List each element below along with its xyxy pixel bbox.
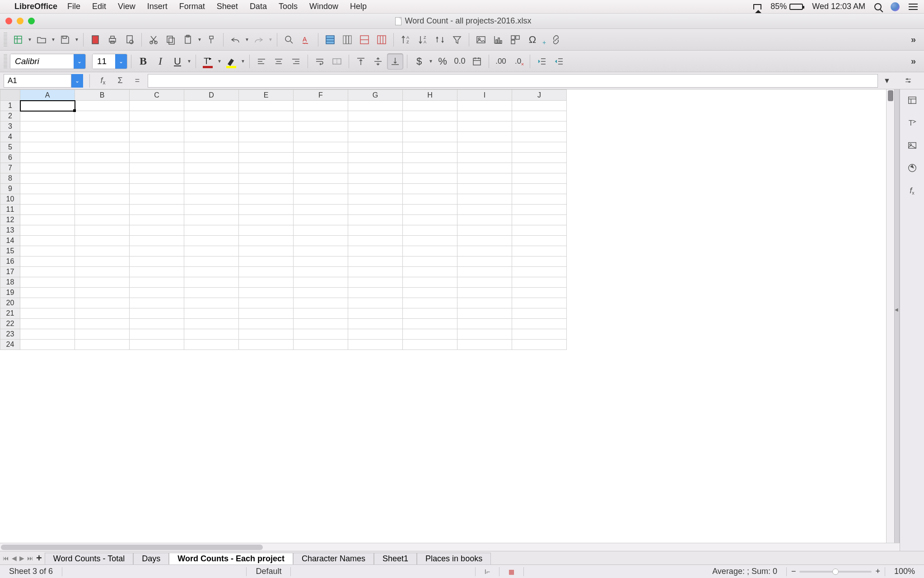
cell-F4[interactable]: [294, 132, 348, 142]
cell-B8[interactable]: [75, 173, 130, 184]
cell-E10[interactable]: [239, 194, 294, 205]
menu-tools[interactable]: Tools: [279, 2, 298, 11]
cell-E13[interactable]: [239, 225, 294, 236]
sidebar-collapse-handle[interactable]: [894, 89, 900, 543]
navigator-panel-button[interactable]: [904, 161, 920, 175]
cell-B6[interactable]: [75, 153, 130, 163]
copy-button[interactable]: [163, 32, 179, 48]
merge-cells-button[interactable]: [329, 53, 345, 70]
row-header-14[interactable]: 14: [0, 236, 20, 246]
cell-D4[interactable]: [184, 132, 239, 142]
cell-I4[interactable]: [457, 132, 512, 142]
align-bottom-button[interactable]: [387, 53, 403, 70]
cell-G17[interactable]: [348, 267, 403, 277]
cell-I7[interactable]: [457, 163, 512, 173]
cell-A3[interactable]: [20, 121, 75, 132]
font-size-dropdown[interactable]: ⌄: [115, 54, 127, 69]
row-header-11[interactable]: 11: [0, 205, 20, 215]
cell-E2[interactable]: [239, 111, 294, 121]
cell-D12[interactable]: [184, 215, 239, 225]
clone-formatting-button[interactable]: [203, 32, 219, 48]
zoom-out-button[interactable]: −: [791, 567, 796, 576]
cell-I14[interactable]: [457, 236, 512, 246]
paste-button[interactable]: [180, 32, 196, 48]
cell-J6[interactable]: [512, 153, 567, 163]
cell-D14[interactable]: [184, 236, 239, 246]
currency-button[interactable]: $: [411, 53, 427, 70]
cell-D3[interactable]: [184, 121, 239, 132]
cell-J19[interactable]: [512, 288, 567, 298]
decrease-indent-button[interactable]: [551, 53, 567, 70]
formula-input[interactable]: [148, 74, 878, 88]
cell-C1[interactable]: [130, 101, 184, 111]
column-header-A[interactable]: A: [20, 90, 75, 101]
cell-H7[interactable]: [403, 163, 457, 173]
cell-H17[interactable]: [403, 267, 457, 277]
cell-H6[interactable]: [403, 153, 457, 163]
cell-H10[interactable]: [403, 194, 457, 205]
cell-J23[interactable]: [512, 329, 567, 340]
cell-G4[interactable]: [348, 132, 403, 142]
cell-A2[interactable]: [20, 111, 75, 121]
cell-A21[interactable]: [20, 308, 75, 319]
font-size-input[interactable]: [93, 54, 115, 69]
row-header-7[interactable]: 7: [0, 163, 20, 173]
cell-A14[interactable]: [20, 236, 75, 246]
cell-H4[interactable]: [403, 132, 457, 142]
column-header-C[interactable]: C: [130, 90, 184, 101]
sort-desc-button[interactable]: ZA: [415, 32, 431, 48]
column-header-D[interactable]: D: [184, 90, 239, 101]
cell-B18[interactable]: [75, 277, 130, 288]
cell-H22[interactable]: [403, 319, 457, 329]
cell-J2[interactable]: [512, 111, 567, 121]
bold-button[interactable]: B: [135, 53, 151, 70]
row-header-21[interactable]: 21: [0, 308, 20, 319]
cell-J17[interactable]: [512, 267, 567, 277]
cell-D16[interactable]: [184, 256, 239, 267]
function-wizard-button[interactable]: fx: [96, 74, 110, 88]
cell-J1[interactable]: [512, 101, 567, 111]
cell-D23[interactable]: [184, 329, 239, 340]
align-left-button[interactable]: [253, 53, 270, 70]
cell-E4[interactable]: [239, 132, 294, 142]
column-header-E[interactable]: E: [239, 90, 294, 101]
cell-G16[interactable]: [348, 256, 403, 267]
autofilter-button[interactable]: [449, 32, 465, 48]
cell-G9[interactable]: [348, 184, 403, 194]
cell-B24[interactable]: [75, 340, 130, 350]
clock[interactable]: Wed 12:03 AM: [812, 2, 865, 11]
cell-G2[interactable]: [348, 111, 403, 121]
cell-J7[interactable]: [512, 163, 567, 173]
toolbar-grip-2[interactable]: [4, 54, 7, 69]
cell-B11[interactable]: [75, 205, 130, 215]
cell-D10[interactable]: [184, 194, 239, 205]
font-size-combo[interactable]: ⌄: [92, 54, 127, 69]
cell-H15[interactable]: [403, 246, 457, 256]
cell-B21[interactable]: [75, 308, 130, 319]
cell-D8[interactable]: [184, 173, 239, 184]
undo-button[interactable]: [227, 32, 243, 48]
row-header-5[interactable]: 5: [0, 142, 20, 153]
cell-F6[interactable]: [294, 153, 348, 163]
properties-panel-button[interactable]: [904, 93, 920, 107]
cell-D24[interactable]: [184, 340, 239, 350]
cell-J11[interactable]: [512, 205, 567, 215]
window-minimize-button[interactable]: [17, 18, 23, 24]
siri-icon[interactable]: [891, 2, 900, 11]
sheet-tab[interactable]: Character Names: [293, 553, 374, 564]
cell-G18[interactable]: [348, 277, 403, 288]
italic-button[interactable]: I: [152, 53, 168, 70]
align-right-button[interactable]: [288, 53, 304, 70]
cell-E17[interactable]: [239, 267, 294, 277]
cell-E22[interactable]: [239, 319, 294, 329]
cell-D2[interactable]: [184, 111, 239, 121]
underline-dropdown[interactable]: ▼: [187, 59, 192, 64]
row-header-12[interactable]: 12: [0, 215, 20, 225]
cell-D17[interactable]: [184, 267, 239, 277]
column-header-H[interactable]: H: [403, 90, 457, 101]
zoom-in-button[interactable]: +: [875, 567, 880, 576]
cell-H21[interactable]: [403, 308, 457, 319]
row-header-2[interactable]: 2: [0, 111, 20, 121]
font-color-dropdown[interactable]: ▼: [217, 59, 222, 64]
cell-E1[interactable]: [239, 101, 294, 111]
